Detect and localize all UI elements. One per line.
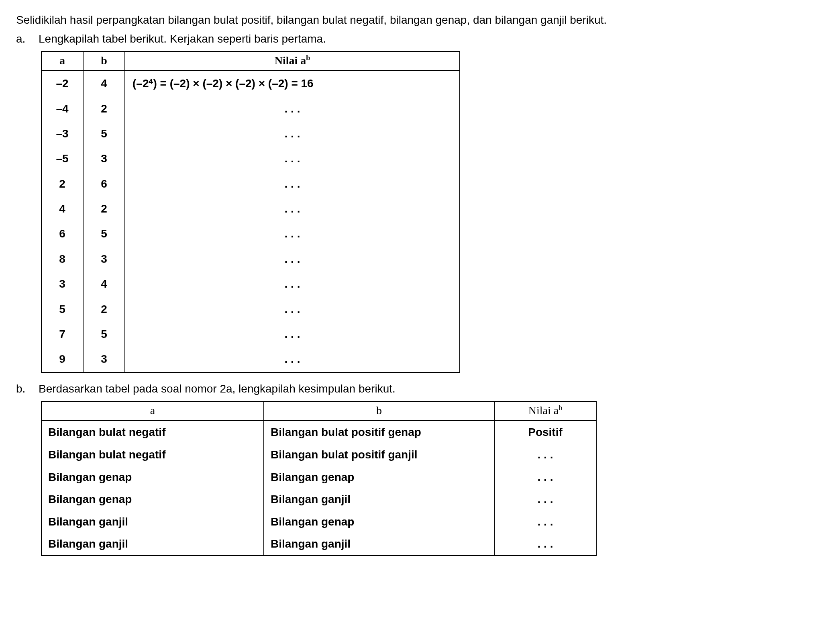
table1-cell-b: 3 [83, 247, 125, 272]
table2-cell-c: . . . [494, 488, 596, 511]
table2-cell-b: Bilangan ganjil [264, 533, 494, 556]
table1-cell-b: 4 [83, 272, 125, 296]
table2-cell-b: Bilangan genap [264, 511, 494, 533]
item-a-label: a. [16, 31, 31, 47]
table2-cell-a: Bilangan ganjil [41, 511, 264, 533]
header-c-sup: b [306, 54, 310, 62]
intro-text: Selidikilah hasil perpangkatan bilangan … [16, 12, 824, 29]
table-row: 42. . . [41, 196, 460, 221]
table1-cell-b: 3 [83, 347, 125, 372]
table2-cell-b: Bilangan genap [264, 466, 494, 489]
table1-cell-a: –2 [41, 71, 83, 96]
table1-cell-b: 3 [83, 146, 125, 171]
table-row: Bilangan ganjilBilangan ganjil. . . [41, 533, 596, 556]
item-a: a. Lengkapilah tabel berikut. Kerjakan s… [16, 31, 824, 47]
table-row: –24(–2⁴) = (–2) × (–2) × (–2) × (–2) = 1… [41, 71, 460, 96]
table1-cell-c: . . . [125, 221, 460, 246]
header-c-prefix: Nilai a [275, 55, 306, 67]
table1-cell-a: 5 [41, 297, 83, 322]
table2-cell-b: Bilangan ganjil [264, 488, 494, 511]
table2-cell-b: Bilangan bulat positif genap [264, 421, 494, 444]
item-a-text: Lengkapilah tabel berikut. Kerjakan sepe… [39, 31, 326, 47]
table1-cell-c: . . . [125, 272, 460, 296]
table1-cell-c: . . . [125, 121, 460, 146]
header2-c-prefix: Nilai a [528, 405, 559, 417]
table2-cell-c: . . . [494, 533, 596, 556]
table1-cell-c: . . . [125, 96, 460, 121]
table-row: 34. . . [41, 272, 460, 296]
table-row: –53. . . [41, 146, 460, 171]
header2-c-sup: b [559, 404, 562, 412]
table1-cell-a: 3 [41, 272, 83, 296]
table1-cell-a: 8 [41, 247, 83, 272]
table-row: Bilangan genapBilangan ganjil. . . [41, 488, 596, 511]
table-row: Bilangan bulat negatifBilangan bulat pos… [41, 444, 596, 466]
table1-cell-a: 7 [41, 322, 83, 347]
table1-cell-b: 5 [83, 221, 125, 246]
table2-cell-a: Bilangan ganjil [41, 533, 264, 556]
table1-cell-c: . . . [125, 172, 460, 196]
table-row: –42. . . [41, 96, 460, 121]
table2-cell-c: . . . [494, 511, 596, 533]
table1-cell-c: . . . [125, 347, 460, 372]
table-row: 93. . . [41, 347, 460, 372]
table1-cell-b: 5 [83, 121, 125, 146]
table1-cell-b: 2 [83, 96, 125, 121]
table1-cell-b: 2 [83, 196, 125, 221]
table1-cell-a: 4 [41, 196, 83, 221]
table1-cell-c: . . . [125, 322, 460, 347]
table1-cell-c: . . . [125, 196, 460, 221]
table2-cell-a: Bilangan genap [41, 488, 264, 511]
table2-cell-c: . . . [494, 444, 596, 466]
table1-cell-a: –4 [41, 96, 83, 121]
table-row: Bilangan genapBilangan genap. . . [41, 466, 596, 489]
table1-cell-b: 2 [83, 297, 125, 322]
table-row: –35. . . [41, 121, 460, 146]
table1-cell-a: –5 [41, 146, 83, 171]
table-row: Bilangan bulat negatifBilangan bulat pos… [41, 421, 596, 444]
table1-cell-b: 5 [83, 322, 125, 347]
table2-cell-a: Bilangan bulat negatif [41, 444, 264, 466]
table1-cell-c: . . . [125, 247, 460, 272]
table-row: Bilangan ganjilBilangan genap. . . [41, 511, 596, 533]
table1-header-c: Nilai ab [125, 51, 460, 70]
item-b: b. Berdasarkan tabel pada soal nomor 2a,… [16, 381, 824, 397]
table2-header-c: Nilai ab [494, 401, 596, 420]
table1-cell-a: 9 [41, 347, 83, 372]
table-row: 26. . . [41, 172, 460, 196]
table-row: 83. . . [41, 247, 460, 272]
table1-cell-c: . . . [125, 146, 460, 171]
item-b-label: b. [16, 381, 31, 397]
item-b-text: Berdasarkan tabel pada soal nomor 2a, le… [39, 381, 396, 397]
table1-cell-c: . . . [125, 297, 460, 322]
table2-header-b: b [264, 401, 494, 420]
table1-cell-a: 2 [41, 172, 83, 196]
table2-cell-b: Bilangan bulat positif ganjil [264, 444, 494, 466]
table1-cell-a: 6 [41, 221, 83, 246]
table1-cell-b: 6 [83, 172, 125, 196]
table1-cell-a: –3 [41, 121, 83, 146]
table1-cell-b: 4 [83, 71, 125, 96]
table1-header-b: b [83, 51, 125, 70]
table2-wrapper: a b Nilai ab Bilangan bulat negatifBilan… [41, 401, 824, 556]
table-row: 75. . . [41, 322, 460, 347]
table-row: 52. . . [41, 297, 460, 322]
table1-wrapper: a b Nilai ab –24(–2⁴) = (–2) × (–2) × (–… [41, 51, 824, 373]
table-row: 65. . . [41, 221, 460, 246]
table1-cell-c: (–2⁴) = (–2) × (–2) × (–2) × (–2) = 16 [125, 71, 460, 96]
table2-cell-c: . . . [494, 466, 596, 489]
table1-header-a: a [41, 51, 83, 70]
table1: a b Nilai ab –24(–2⁴) = (–2) × (–2) × (–… [41, 51, 460, 373]
table2-cell-a: Bilangan bulat negatif [41, 421, 264, 444]
table2: a b Nilai ab Bilangan bulat negatifBilan… [41, 401, 597, 556]
table2-cell-a: Bilangan genap [41, 466, 264, 489]
table2-header-a: a [41, 401, 264, 420]
table2-cell-c: Positif [494, 421, 596, 444]
